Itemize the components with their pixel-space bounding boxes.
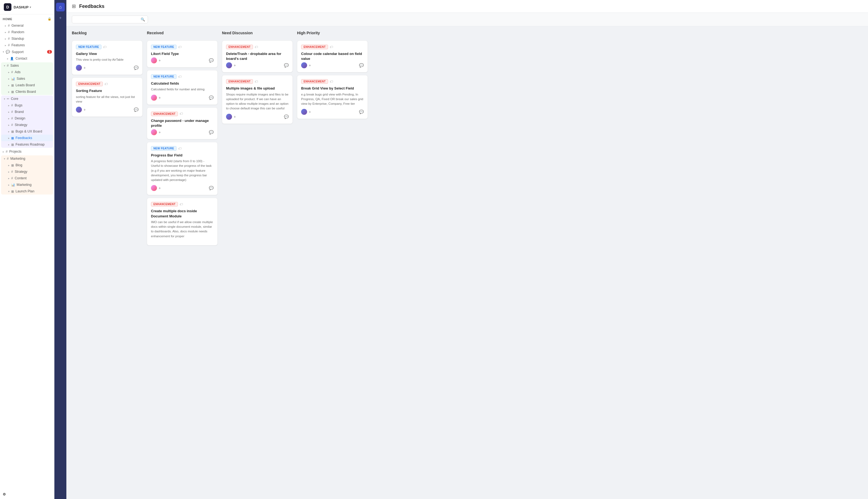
sidebar-item-standup[interactable]: ▸ # Standup bbox=[0, 35, 54, 42]
card-footer-left: + bbox=[151, 58, 161, 63]
column-high-priority: High Priority ENHANCEMENT 🏷 Colour code … bbox=[297, 31, 368, 495]
card-badge-area: NEW FEATURE 🏷 bbox=[151, 45, 182, 49]
arrow-icon: ▸ bbox=[8, 90, 10, 93]
tag-icon: 🏷 bbox=[255, 80, 258, 84]
sidebar-item-sales-group[interactable]: ▾ # Sales bbox=[1, 62, 53, 69]
enhancement-badge: ENHANCEMENT bbox=[301, 45, 328, 49]
sidebar-item-ads[interactable]: ▸ # Ads bbox=[1, 69, 53, 75]
hash-icon: # bbox=[8, 37, 10, 40]
board-icon: ▦ bbox=[11, 90, 14, 94]
lock-icon: 🔒 bbox=[48, 17, 52, 21]
arrow-icon: ▸ bbox=[8, 183, 10, 186]
card-footer-left: + bbox=[301, 109, 311, 115]
add-nav-button[interactable]: + bbox=[56, 14, 65, 22]
comment-icon[interactable]: 💬 bbox=[284, 114, 289, 119]
add-reaction-button[interactable]: + bbox=[159, 130, 161, 134]
add-reaction-button[interactable]: + bbox=[159, 58, 161, 63]
sidebar-item-brand[interactable]: ▸ # Brand bbox=[1, 109, 53, 115]
avatar bbox=[226, 114, 232, 120]
tag-icon: 🏷 bbox=[104, 82, 108, 86]
sidebar-item-strategy[interactable]: ▸ # Strategy bbox=[1, 122, 53, 128]
workspace-name: DASHUP bbox=[14, 5, 28, 9]
add-reaction-button[interactable]: + bbox=[234, 63, 236, 68]
sidebar-item-support[interactable]: ▾ 💬 Support 1 bbox=[0, 48, 54, 55]
sidebar-item-contact[interactable]: ▸ 👤 Contact bbox=[0, 55, 54, 62]
sidebar-item-bugs-ux[interactable]: ▸ ▦ Bugs & UX Board bbox=[1, 128, 53, 135]
card-title: Multiple images & file upload bbox=[226, 86, 289, 91]
sidebar-item-marketing-group[interactable]: ▾ # Marketing bbox=[1, 155, 53, 162]
card-footer-left: + bbox=[226, 62, 236, 68]
home-nav-button[interactable]: ⌂ bbox=[56, 3, 65, 11]
comment-icon[interactable]: 💬 bbox=[209, 96, 213, 100]
hash-icon: # bbox=[8, 30, 10, 34]
card-delete-trash: ENHANCEMENT 🏷 Delete/Trash - dropbable a… bbox=[222, 40, 293, 72]
sidebar-item-bugs[interactable]: ▸ # Bugs bbox=[1, 102, 53, 109]
board-layout-icon: ⊞ bbox=[72, 3, 76, 9]
sidebar-item-general[interactable]: ▸ # General bbox=[0, 22, 54, 29]
arrow-icon: ▾ bbox=[4, 97, 5, 100]
board-icon: ▦ bbox=[11, 136, 14, 140]
comment-icon[interactable]: 💬 bbox=[209, 58, 213, 63]
card-footer: + 💬 bbox=[76, 107, 138, 113]
add-reaction-button[interactable]: + bbox=[84, 65, 86, 70]
comment-icon[interactable]: 💬 bbox=[134, 65, 138, 70]
search-input[interactable] bbox=[75, 18, 139, 22]
sidebar-item-feedbacks[interactable]: ▸ ▦ Feedbacks bbox=[1, 135, 53, 141]
hash-icon: # bbox=[11, 104, 13, 107]
board-icon: ▦ bbox=[11, 163, 14, 167]
sidebar-item-features[interactable]: ▸ # Features bbox=[0, 42, 54, 48]
card-create-docs: ENHANCEMENT 🏷 Create multiple docs insid… bbox=[147, 198, 218, 245]
workspace-selector[interactable]: DASHUP ▾ bbox=[14, 5, 31, 9]
card-change-password: ENHANCEMENT 🏷 Change password - under ma… bbox=[147, 108, 218, 139]
add-reaction-button[interactable]: + bbox=[84, 108, 86, 112]
card-badge-area: ENHANCEMENT 🏷 bbox=[76, 82, 108, 86]
card-footer: + 💬 bbox=[151, 58, 213, 63]
avatar bbox=[151, 58, 157, 63]
sidebar-item-marketing[interactable]: ▸ 📊 Marketing bbox=[1, 182, 53, 188]
card-footer-left: + bbox=[151, 95, 161, 101]
sidebar-item-sales[interactable]: ▸ 📊 Sales bbox=[1, 75, 53, 82]
topbar: ⊞ Feedbacks bbox=[66, 0, 868, 13]
card-badge-area: ENHANCEMENT 🏷 bbox=[151, 111, 183, 116]
comment-icon[interactable]: 💬 bbox=[359, 110, 364, 114]
comment-icon[interactable]: 💬 bbox=[359, 63, 364, 68]
card-gallery-view: NEW FEATURE 🏷 Gallery View This view is … bbox=[72, 40, 142, 75]
column-backlog: Backlog NEW FEATURE 🏷 Gallery View This … bbox=[72, 31, 142, 495]
card-footer: + 💬 bbox=[226, 114, 289, 120]
arrow-icon: ▸ bbox=[8, 84, 10, 87]
add-reaction-button[interactable]: + bbox=[309, 110, 311, 114]
comment-icon[interactable]: 💬 bbox=[209, 130, 213, 134]
arrow-icon: ▸ bbox=[8, 143, 10, 146]
enhancement-badge: ENHANCEMENT bbox=[226, 45, 253, 49]
add-reaction-button[interactable]: + bbox=[234, 114, 236, 119]
sidebar-item-core-group[interactable]: ▾ ✏ Core bbox=[1, 96, 53, 102]
column-header-received: Received bbox=[147, 31, 218, 37]
add-reaction-button[interactable]: + bbox=[309, 63, 311, 68]
sidebar-item-content[interactable]: ▸ # Content bbox=[1, 175, 53, 182]
settings-button[interactable]: ⚙ bbox=[0, 489, 54, 499]
comment-icon[interactable]: 💬 bbox=[134, 108, 138, 112]
comment-icon[interactable]: 💬 bbox=[209, 186, 213, 190]
add-reaction-button[interactable]: + bbox=[159, 96, 161, 100]
sidebar-item-launch-plan[interactable]: ▾ ▦ Launch Plan bbox=[1, 188, 53, 195]
comment-icon[interactable]: 💬 bbox=[284, 63, 289, 68]
sidebar-item-strategy-mkt[interactable]: ▸ # Strategy bbox=[1, 168, 53, 175]
arrow-icon: ▸ bbox=[8, 104, 10, 107]
add-reaction-button[interactable]: + bbox=[159, 186, 161, 190]
card-sorting-feature: ENHANCEMENT 🏷 Sorting Feature sorting fe… bbox=[72, 77, 142, 117]
sidebar-item-blog[interactable]: ▸ ▦ Blog bbox=[1, 162, 53, 168]
arrow-icon: ▾ bbox=[8, 190, 10, 193]
new-feature-badge: NEW FEATURE bbox=[76, 45, 101, 49]
sidebar-item-projects[interactable]: ▸ # Projects bbox=[0, 148, 54, 155]
new-feature-badge: NEW FEATURE bbox=[151, 74, 176, 79]
sidebar-item-design[interactable]: ▸ # Design bbox=[1, 115, 53, 122]
card-title: Break Grid View by Select Field bbox=[301, 86, 364, 91]
sidebar-item-features-roadmap[interactable]: ▸ ▦ Features Roadmap bbox=[1, 141, 53, 148]
sidebar-item-clients-board[interactable]: ▸ ▦ Clients Board bbox=[1, 88, 53, 95]
search-box[interactable]: 🔍 bbox=[72, 15, 148, 23]
arrow-icon: ▾ bbox=[4, 64, 5, 67]
hash-icon: # bbox=[8, 43, 10, 47]
hash-icon: # bbox=[11, 123, 13, 127]
sidebar-item-random[interactable]: ▸ # Random bbox=[0, 29, 54, 35]
sidebar-item-leads-board[interactable]: ▸ ▦ Leads Board bbox=[1, 82, 53, 88]
